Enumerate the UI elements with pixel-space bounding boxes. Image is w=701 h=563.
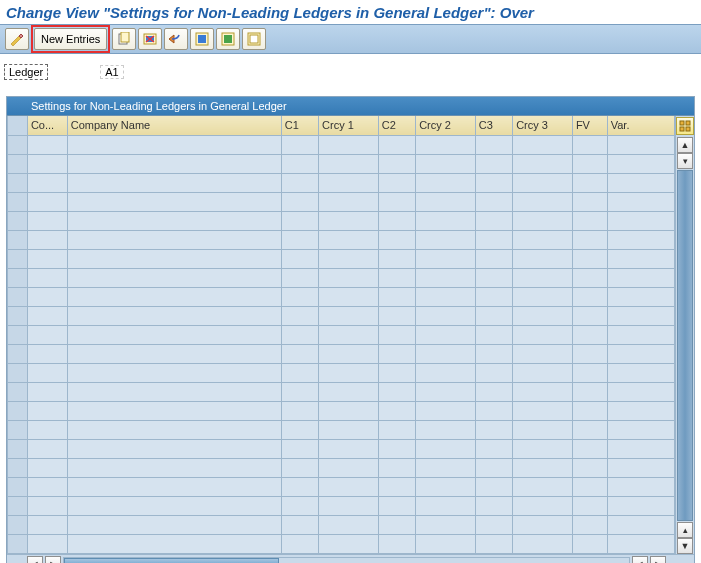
row-selector-header[interactable] [8,116,28,135]
row-selector[interactable] [8,154,28,173]
table-cell[interactable] [281,534,318,553]
table-cell[interactable] [416,534,476,553]
table-cell[interactable] [281,249,318,268]
table-cell[interactable] [475,401,512,420]
table-cell[interactable] [27,401,67,420]
table-cell[interactable] [281,192,318,211]
table-cell[interactable] [67,173,281,192]
table-cell[interactable] [513,439,573,458]
table-cell[interactable] [513,534,573,553]
table-cell[interactable] [378,154,415,173]
table-cell[interactable] [67,306,281,325]
table-row[interactable] [8,534,675,553]
table-cell[interactable] [607,515,674,534]
table-cell[interactable] [281,154,318,173]
table-cell[interactable] [607,287,674,306]
scroll-right-button[interactable]: ► [650,556,666,563]
table-cell[interactable] [513,420,573,439]
table-cell[interactable] [475,173,512,192]
table-cell[interactable] [67,287,281,306]
table-cell[interactable] [475,192,512,211]
table-cell[interactable] [416,306,476,325]
table-cell[interactable] [607,420,674,439]
table-cell[interactable] [572,534,607,553]
table-cell[interactable] [416,344,476,363]
table-row[interactable] [8,287,675,306]
select-block-button[interactable] [216,28,240,50]
table-cell[interactable] [572,211,607,230]
table-cell[interactable] [27,439,67,458]
table-cell[interactable] [475,439,512,458]
table-cell[interactable] [513,344,573,363]
table-cell[interactable] [319,477,379,496]
table-cell[interactable] [513,515,573,534]
horizontal-scrollbar-thumb[interactable] [64,558,279,563]
table-row[interactable] [8,363,675,382]
table-cell[interactable] [27,344,67,363]
table-cell[interactable] [416,496,476,515]
row-selector[interactable] [8,344,28,363]
table-cell[interactable] [572,420,607,439]
row-selector[interactable] [8,306,28,325]
row-selector[interactable] [8,268,28,287]
table-cell[interactable] [475,325,512,344]
table-row[interactable] [8,192,675,211]
table-cell[interactable] [27,135,67,154]
table-settings-button[interactable] [676,117,694,135]
table-cell[interactable] [319,382,379,401]
table-cell[interactable] [416,458,476,477]
table-cell[interactable] [281,439,318,458]
table-cell[interactable] [513,135,573,154]
col-header[interactable]: Company Name [67,116,281,135]
table-cell[interactable] [378,496,415,515]
table-cell[interactable] [378,306,415,325]
table-cell[interactable] [67,344,281,363]
table-cell[interactable] [513,477,573,496]
row-selector[interactable] [8,534,28,553]
scroll-line-down-button[interactable]: ▴ [677,522,693,538]
table-cell[interactable] [475,344,512,363]
table-cell[interactable] [607,439,674,458]
table-cell[interactable] [319,363,379,382]
table-cell[interactable] [378,515,415,534]
table-cell[interactable] [607,211,674,230]
col-header[interactable]: FV [572,116,607,135]
table-cell[interactable] [67,154,281,173]
row-selector[interactable] [8,287,28,306]
table-cell[interactable] [416,268,476,287]
table-cell[interactable] [27,287,67,306]
scroll-up-button[interactable]: ▲ [677,137,693,153]
table-cell[interactable] [513,287,573,306]
table-cell[interactable] [319,515,379,534]
table-row[interactable] [8,420,675,439]
table-cell[interactable] [281,325,318,344]
row-selector[interactable] [8,249,28,268]
table-cell[interactable] [475,268,512,287]
table-cell[interactable] [572,515,607,534]
table-row[interactable] [8,230,675,249]
table-cell[interactable] [607,344,674,363]
table-cell[interactable] [475,420,512,439]
table-cell[interactable] [27,382,67,401]
table-cell[interactable] [67,325,281,344]
table-cell[interactable] [416,287,476,306]
ledger-table[interactable]: Co... Company Name C1 Crcy 1 C2 Crcy 2 C… [7,116,675,554]
table-cell[interactable] [607,477,674,496]
table-cell[interactable] [572,477,607,496]
table-cell[interactable] [378,268,415,287]
col-header[interactable]: C3 [475,116,512,135]
table-cell[interactable] [67,515,281,534]
table-cell[interactable] [475,249,512,268]
table-cell[interactable] [572,458,607,477]
table-cell[interactable] [513,230,573,249]
table-cell[interactable] [572,325,607,344]
table-cell[interactable] [572,363,607,382]
table-cell[interactable] [416,439,476,458]
table-cell[interactable] [475,154,512,173]
table-cell[interactable] [607,135,674,154]
table-cell[interactable] [67,363,281,382]
table-cell[interactable] [416,154,476,173]
table-cell[interactable] [67,401,281,420]
table-cell[interactable] [378,135,415,154]
col-header[interactable]: Var. [607,116,674,135]
